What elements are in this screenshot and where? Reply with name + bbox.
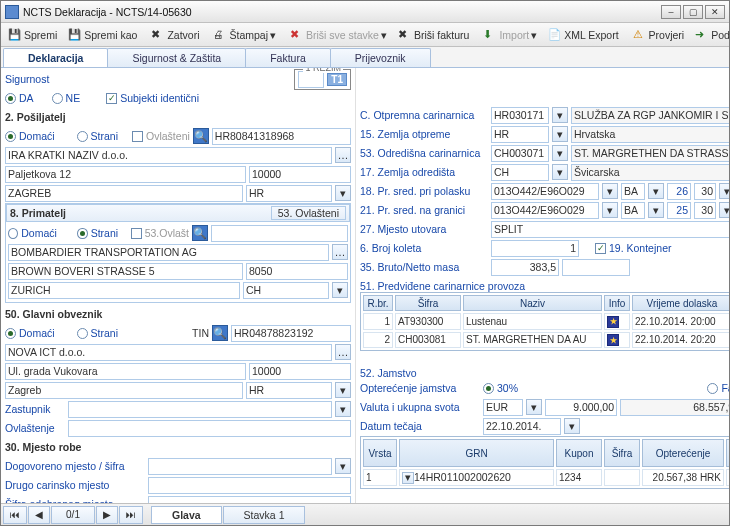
- print-button[interactable]: 🖨Štampaj▾: [208, 26, 281, 44]
- obv-domaci-radio[interactable]: [5, 328, 16, 339]
- posiljatelj-grad-input[interactable]: [5, 185, 243, 202]
- nav-prev-button[interactable]: ◀: [28, 506, 50, 524]
- p21-input[interactable]: [491, 202, 599, 219]
- save-button[interactable]: 💾Spremi: [3, 26, 62, 44]
- pick-icon[interactable]: ▾: [332, 282, 348, 298]
- pick-icon[interactable]: ▾: [602, 183, 618, 199]
- p18-ba[interactable]: [621, 183, 645, 200]
- tab-prijevoznik[interactable]: Prijevoznik: [330, 48, 431, 67]
- posiljatelj-id-input[interactable]: [212, 128, 351, 145]
- pick-icon[interactable]: ▾: [526, 399, 542, 415]
- pos-domaci-radio[interactable]: [5, 131, 16, 142]
- table-row[interactable]: 2CH003081ST. MARGRETHEN DA AU★22.10.2014…: [363, 332, 729, 349]
- p35-netto-input[interactable]: [562, 259, 630, 276]
- pos-ovlasteni-checkbox[interactable]: [132, 131, 143, 142]
- pick-icon[interactable]: ▾: [335, 382, 351, 398]
- p27-input[interactable]: [491, 221, 729, 238]
- obveznik-posta-input[interactable]: [249, 363, 351, 380]
- xml-export-button[interactable]: 📄XML Export: [543, 26, 623, 44]
- nav-next-button[interactable]: ▶: [96, 506, 118, 524]
- btn-53-ovlasteni[interactable]: 53. Ovlašteni: [271, 206, 346, 220]
- pick-icon[interactable]: ▾: [335, 458, 351, 474]
- pct-radio[interactable]: [483, 383, 494, 394]
- close-file-button[interactable]: ✖Zatvori: [146, 26, 204, 44]
- primatelj-id-input[interactable]: [211, 225, 348, 242]
- obveznik-naziv-input[interactable]: [5, 344, 332, 361]
- table-row[interactable]: 1▾14HR011002002620123420.567,38 HRK: [363, 469, 729, 486]
- pick-icon[interactable]: ▾: [552, 164, 568, 180]
- footer-tab-glava[interactable]: Glava: [151, 506, 222, 524]
- sifra-od-input[interactable]: [148, 496, 351, 504]
- sigurnost-da-radio[interactable]: [5, 93, 16, 104]
- primatelj-adresa-input[interactable]: [8, 263, 243, 280]
- obveznik-grad-input[interactable]: [5, 382, 243, 399]
- z15-sifra-input[interactable]: [491, 126, 549, 143]
- tab-faktura[interactable]: Faktura: [245, 48, 331, 67]
- primatelj-grad-input[interactable]: [8, 282, 240, 299]
- faktura-radio[interactable]: [707, 383, 718, 394]
- drugo-mjesto-input[interactable]: [148, 477, 351, 494]
- zastupnik-input[interactable]: [68, 401, 332, 418]
- eu-icon[interactable]: ★: [607, 334, 619, 346]
- obveznik-zemlja-input[interactable]: [246, 382, 332, 399]
- pick-icon[interactable]: ▾: [552, 145, 568, 161]
- z53-sifra-input[interactable]: [491, 145, 549, 162]
- posiljatelj-naziv-input[interactable]: [5, 147, 332, 164]
- nav-last-button[interactable]: ⏭: [119, 506, 143, 524]
- p21-n2[interactable]: [694, 202, 716, 219]
- p18-n1[interactable]: [667, 183, 691, 200]
- pick-icon[interactable]: ▾: [552, 107, 568, 123]
- p18-input[interactable]: [491, 183, 599, 200]
- obveznik-adresa-input[interactable]: [5, 363, 246, 380]
- identicni-checkbox[interactable]: [106, 93, 117, 104]
- sigurnost-ne-radio[interactable]: [52, 93, 63, 104]
- prim-strani-radio[interactable]: [77, 228, 87, 239]
- table-row[interactable]: 1AT930300Lustenau★22.10.2014. 20:00▾: [363, 313, 729, 330]
- eu-icon[interactable]: ★: [607, 316, 619, 328]
- more-icon[interactable]: …: [335, 147, 351, 163]
- delete-all-items-button[interactable]: ✖Briši sve stavke▾: [285, 26, 392, 44]
- pick-icon[interactable]: ▾: [552, 126, 568, 142]
- pick-icon[interactable]: ▾: [719, 183, 729, 199]
- pick-icon[interactable]: ▾: [648, 202, 664, 218]
- check-button[interactable]: ⚠Provjeri: [628, 26, 690, 44]
- import-button[interactable]: ⬇Import▾: [478, 26, 542, 44]
- primatelj-posta-input[interactable]: [246, 263, 348, 280]
- prim-53ovl-checkbox[interactable]: [131, 228, 141, 239]
- pick-icon[interactable]: ▾: [402, 472, 414, 484]
- ovlastenje-input[interactable]: [68, 420, 351, 437]
- pos-strani-radio[interactable]: [77, 131, 88, 142]
- tab-sigurnost[interactable]: Sigurnost & Zaštita: [107, 48, 246, 67]
- prim-domaci-radio[interactable]: [8, 228, 18, 239]
- kontejner-checkbox[interactable]: [595, 243, 606, 254]
- p6-input[interactable]: [491, 240, 579, 257]
- more-icon[interactable]: …: [332, 244, 348, 260]
- obv-strani-radio[interactable]: [77, 328, 88, 339]
- submit-button[interactable]: ➜Podnesi: [690, 26, 730, 44]
- pick-icon[interactable]: ▾: [602, 202, 618, 218]
- save-as-button[interactable]: 💾Spremi kao: [63, 26, 142, 44]
- lookup-icon[interactable]: 🔍: [193, 128, 209, 144]
- lookup-icon[interactable]: 🔍: [192, 225, 208, 241]
- nav-first-button[interactable]: ⏮: [3, 506, 27, 524]
- pick-icon[interactable]: ▾: [335, 401, 351, 417]
- footer-tab-stavka[interactable]: Stavka 1: [223, 506, 306, 524]
- maximize-button[interactable]: ▢: [683, 5, 703, 19]
- amt-input[interactable]: [545, 399, 617, 416]
- close-button[interactable]: ✕: [705, 5, 725, 19]
- rezim-prefix-input[interactable]: [298, 71, 324, 88]
- posiljatelj-zemlja-input[interactable]: [246, 185, 332, 202]
- lookup-icon[interactable]: 🔍: [212, 325, 228, 341]
- pick-icon[interactable]: ▾: [648, 183, 664, 199]
- more-icon[interactable]: …: [335, 344, 351, 360]
- posiljatelj-posta-input[interactable]: [249, 166, 351, 183]
- dog-mjesto-input[interactable]: [148, 458, 332, 475]
- primatelj-naziv-input[interactable]: [8, 244, 329, 261]
- delete-invoice-button[interactable]: ✖Briši fakturu: [393, 26, 474, 44]
- tecaj-input[interactable]: [483, 418, 561, 435]
- p35-bruto-input[interactable]: [491, 259, 559, 276]
- c-sifra-input[interactable]: [491, 107, 549, 124]
- p21-ba[interactable]: [621, 202, 645, 219]
- calendar-icon[interactable]: ▾: [564, 418, 580, 434]
- pick-icon[interactable]: ▾: [719, 202, 729, 218]
